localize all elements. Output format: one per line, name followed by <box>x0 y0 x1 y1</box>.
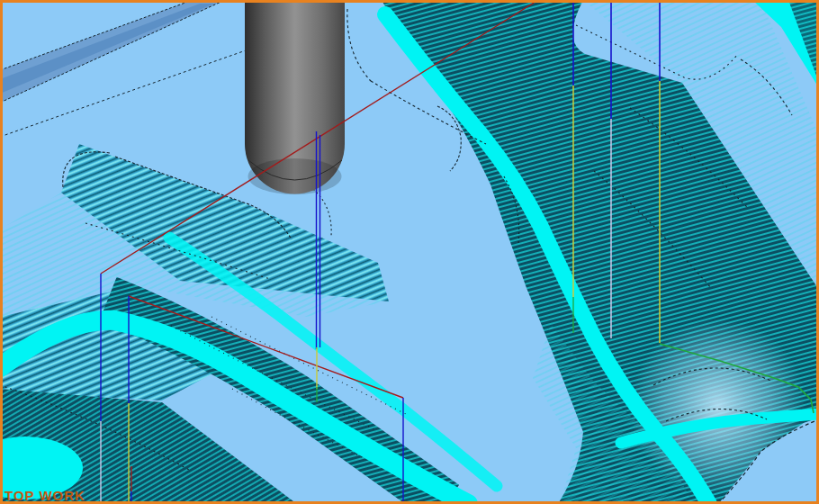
cam-viewport[interactable]: TOP WORK <box>0 0 819 504</box>
scene-canvas[interactable]: TOP WORK <box>0 0 819 504</box>
tool-tip-shadow <box>248 158 342 194</box>
view-label: TOP WORK <box>4 488 86 503</box>
cutting-tool <box>245 0 345 194</box>
